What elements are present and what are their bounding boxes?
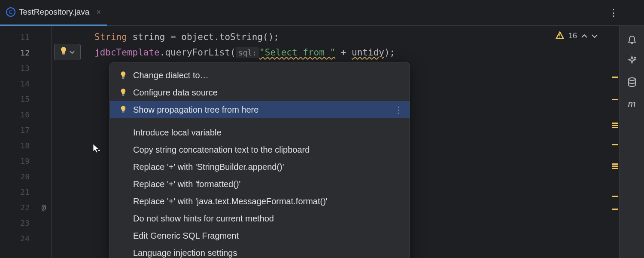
- svg-rect-27: [559, 37, 560, 38]
- warning-stripe-mark[interactable]: [612, 123, 618, 124]
- svg-rect-5: [122, 95, 124, 96]
- warning-icon: [556, 31, 564, 41]
- intention-action-item[interactable]: Show propagation tree from here⋮: [110, 101, 410, 118]
- intention-action-label: Do not show hints for current method: [133, 214, 274, 224]
- line-number[interactable]: 12: [0, 45, 51, 60]
- close-tab-icon[interactable]: ×: [96, 8, 101, 17]
- intention-action-label: Replace '+' with 'StringBuilder.append()…: [133, 162, 284, 172]
- intention-action-label: Copy string concatenation text to the cl…: [133, 145, 310, 155]
- code-line-12[interactable]: jdbcTemplate.queryForList( sql: "Select …: [52, 45, 619, 60]
- line-number[interactable]: 24: [0, 230, 51, 246]
- line-number[interactable]: 20: [0, 169, 51, 184]
- kebab-menu-icon[interactable]: ⋮: [394, 104, 403, 115]
- intention-action-item[interactable]: Copy string concatenation text to the cl…: [110, 141, 410, 158]
- svg-rect-2: [122, 77, 124, 77]
- editor-area: 111213141516171819202122@2324 String str…: [0, 26, 644, 258]
- notifications-icon[interactable]: [626, 34, 638, 45]
- intention-action-label: Replace '+' with 'formatted()': [133, 179, 240, 189]
- line-number[interactable]: 21: [0, 184, 51, 200]
- svg-rect-7: [122, 113, 124, 113]
- intention-action-item[interactable]: Replace '+' with 'StringBuilder.append()…: [110, 158, 410, 175]
- intention-action-label: Replace '+' with 'java.text.MessageForma…: [133, 197, 328, 206]
- code-line-11[interactable]: String string = object.toString();: [52, 29, 619, 45]
- next-highlight-icon[interactable]: [592, 32, 598, 40]
- line-number[interactable]: 18: [0, 138, 51, 153]
- warning-count: 16: [568, 31, 577, 40]
- warning-stripe-mark[interactable]: [612, 209, 618, 210]
- warning-stripe-mark[interactable]: [612, 77, 618, 78]
- intention-action-label: Show propagation tree from here: [133, 105, 258, 115]
- tab-bar: C TestRepository.java × ⋮: [0, 0, 644, 26]
- intention-action-item[interactable]: Do not show hints for current method: [110, 210, 410, 227]
- bulb-icon: [118, 106, 128, 114]
- code-area[interactable]: String string = object.toString(); jdbcT…: [52, 26, 619, 258]
- svg-rect-6: [122, 111, 124, 112]
- maven-icon[interactable]: m: [626, 98, 638, 109]
- warning-stripe-mark[interactable]: [612, 163, 618, 165]
- svg-point-25: [629, 78, 635, 80]
- intention-action-item[interactable]: Configure data source: [110, 84, 410, 101]
- inspections-widget[interactable]: 16: [556, 31, 598, 41]
- intention-action-item[interactable]: Language injection settings: [110, 244, 410, 258]
- intention-action-label: Configure data source: [133, 88, 218, 98]
- intention-actions-popup: Change dialect to…Configure data sourceS…: [109, 62, 410, 258]
- intention-action-label: Language injection settings: [133, 248, 237, 258]
- line-number[interactable]: 14: [0, 76, 51, 91]
- line-number[interactable]: 15: [0, 91, 51, 107]
- warning-stripe-mark[interactable]: [612, 168, 618, 169]
- ai-assistant-icon[interactable]: [626, 55, 638, 66]
- line-number[interactable]: 17: [0, 122, 51, 138]
- intention-action-item[interactable]: Edit Generic SQL Fragment: [110, 227, 410, 244]
- line-number[interactable]: 11: [0, 29, 51, 45]
- class-icon: C: [6, 7, 15, 17]
- kebab-menu-icon[interactable]: ⋮: [609, 7, 618, 18]
- right-tool-rail: m: [619, 26, 644, 258]
- warning-stripe-mark[interactable]: [612, 144, 618, 145]
- line-number[interactable]: 16: [0, 107, 51, 122]
- svg-rect-26: [559, 34, 560, 36]
- warning-stripe-mark[interactable]: [612, 196, 618, 197]
- intention-action-item[interactable]: Replace '+' with 'java.text.MessageForma…: [110, 193, 410, 210]
- svg-rect-4: [122, 94, 124, 95]
- line-number[interactable]: 13: [0, 60, 51, 76]
- warning-stripe-mark[interactable]: [612, 166, 618, 167]
- file-tab[interactable]: C TestRepository.java ×: [0, 0, 107, 26]
- popup-separator: [110, 121, 410, 121]
- intention-action-label: Introduce local variable: [133, 128, 222, 138]
- line-number[interactable]: 19: [0, 153, 51, 169]
- intention-action-label: Change dialect to…: [133, 71, 209, 80]
- mouse-cursor: [92, 144, 101, 153]
- tab-filename: TestRepository.java: [19, 7, 89, 17]
- database-icon[interactable]: [626, 77, 638, 88]
- svg-point-24: [634, 57, 635, 58]
- intention-action-label: Edit Generic SQL Fragment: [133, 231, 239, 241]
- warning-stripe-mark[interactable]: [612, 99, 618, 100]
- line-number[interactable]: 22@: [0, 200, 51, 215]
- intention-action-item[interactable]: Change dialect to…: [110, 67, 410, 84]
- gutter-annotation-icon[interactable]: @: [42, 203, 46, 212]
- intention-action-item[interactable]: Replace '+' with 'formatted()': [110, 175, 410, 193]
- line-number[interactable]: 23: [0, 215, 51, 230]
- bulb-icon: [118, 89, 128, 96]
- intention-action-item[interactable]: Introduce local variable: [110, 124, 410, 141]
- prev-highlight-icon[interactable]: [581, 32, 587, 40]
- svg-rect-3: [122, 78, 124, 79]
- error-stripe[interactable]: [612, 26, 619, 258]
- bulb-icon: [118, 71, 128, 79]
- line-gutter: 111213141516171819202122@2324: [0, 26, 52, 258]
- warning-stripe-mark[interactable]: [612, 127, 618, 128]
- warning-stripe-mark[interactable]: [612, 125, 618, 126]
